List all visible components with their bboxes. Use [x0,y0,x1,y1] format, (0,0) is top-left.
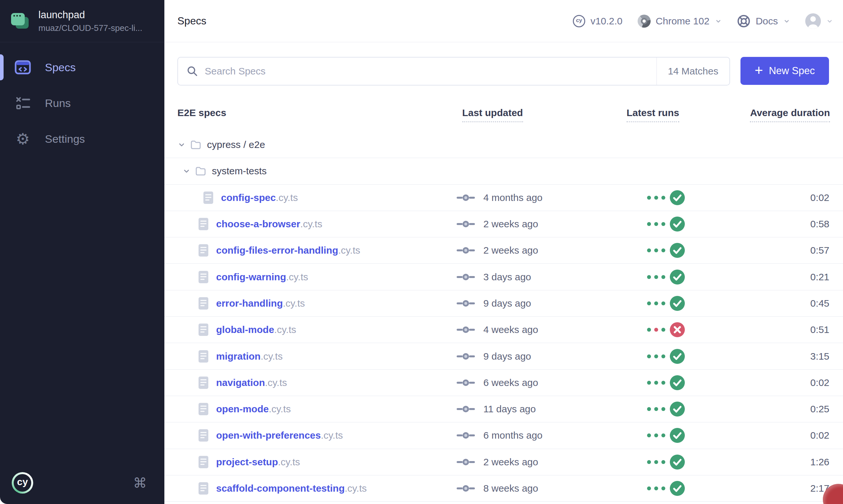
version-display[interactable]: cy v10.2.0 [573,15,622,27]
run-history-dots [647,407,665,411]
spec-extension: .cy.ts [261,351,283,362]
spec-row[interactable]: config-spec.cy.ts 4 months ago 0:02 [165,185,843,211]
run-status-icon [670,270,685,285]
chevron-down-icon[interactable] [178,141,186,149]
spec-row[interactable]: open-with-preferences.cy.ts 6 months ago… [165,422,843,449]
spec-file-icon [198,244,209,257]
latest-runs-cell[interactable] [647,296,685,311]
spec-row[interactable]: global-mode.cy.ts 4 weeks ago 0:51 [165,317,843,343]
chevron-down-icon[interactable] [183,167,190,175]
spec-name-link[interactable]: choose-a-browser [216,218,300,230]
spec-file-icon [198,349,209,363]
project-name: muaz/CLOUD-577-spec-li... [38,23,142,33]
spec-row[interactable]: navigation.cy.ts 6 weeks ago 0:02 [165,370,843,396]
spec-extension: .cy.ts [274,324,296,335]
run-status-icon [670,322,685,337]
run-history-dots [647,328,665,332]
column-header-last-updated[interactable]: Last updated [462,107,523,122]
last-updated-cell: 6 weeks ago [457,377,538,388]
last-updated-text: 2 weeks ago [483,456,538,468]
last-updated-cell: 6 months ago [457,430,543,441]
last-updated-cell: 2 weeks ago [457,245,538,256]
spec-name-link[interactable]: config-spec [221,192,276,203]
spec-name-link[interactable]: error-handling [216,298,283,309]
git-commit-icon [457,484,475,493]
spec-name-link[interactable]: migration [216,351,261,362]
git-commit-icon [457,272,475,282]
plus-icon: + [755,63,763,77]
spec-file-icon [198,429,209,442]
sidebar-item-runs[interactable]: Runs [0,88,165,118]
specs-page: 14 Matches + New Spec E2E specs Last upd… [165,42,843,504]
column-header-latest-runs[interactable]: Latest runs [626,107,679,122]
latest-runs-cell[interactable] [647,454,685,470]
last-updated-cell: 11 days ago [457,403,536,415]
column-header-average-duration[interactable]: Average duration [750,107,830,122]
spec-name-link[interactable]: open-with-preferences [216,430,321,441]
latest-runs-cell[interactable] [647,190,685,205]
spec-name-link[interactable]: config-files-error-handling [216,245,338,256]
spec-extension: .cy.ts [283,298,305,309]
docs-menu[interactable]: Docs [737,14,790,28]
search-input[interactable] [205,66,656,77]
last-updated-cell: 9 days ago [457,298,531,309]
sidebar-item-label: Runs [45,97,71,110]
latest-runs-cell[interactable] [647,322,685,337]
spec-row[interactable]: migration.cy.ts 9 days ago 3:15 [165,343,843,370]
run-history-dots [647,486,665,490]
git-commit-icon [457,431,475,440]
cypress-logo-text: cy [14,474,31,492]
git-commit-icon [457,352,475,361]
sidebar-item-settings[interactable]: ⚙ Settings [0,124,165,154]
sidebar-nav: Specs Runs ⚙ Settings [0,42,165,154]
spec-extension: .cy.ts [265,377,287,388]
keyboard-shortcuts-icon[interactable]: ⌘ [133,475,147,491]
run-history-dots [647,381,665,385]
folder-row[interactable]: cypress / e2e [165,132,843,158]
run-status-icon [670,243,685,258]
column-header-specs: E2E specs [177,107,226,119]
new-spec-button[interactable]: + New Spec [740,57,829,85]
browser-selector[interactable]: Chrome 102 [638,15,722,28]
folder-icon [195,166,206,176]
latest-runs-cell[interactable] [647,270,685,285]
latest-runs-cell[interactable] [647,428,685,443]
last-updated-text: 6 weeks ago [483,377,538,388]
spec-row[interactable]: config-warning.cy.ts 3 days ago 0:21 [165,264,843,290]
gear-icon: ⚙ [14,130,31,147]
run-status-icon [670,217,685,232]
spec-name-link[interactable]: global-mode [216,324,274,335]
spec-name-link[interactable]: project-setup [216,456,278,468]
spec-row[interactable]: choose-a-browser.cy.ts 2 weeks ago 0:58 [165,211,843,237]
latest-runs-cell[interactable] [647,375,685,390]
user-menu[interactable] [805,13,833,29]
spec-extension: .cy.ts [286,271,308,283]
latest-runs-cell[interactable] [647,243,685,258]
spec-name-link[interactable]: scaffold-component-testing [216,483,345,494]
last-updated-text: 4 months ago [483,192,543,203]
sidebar-item-specs[interactable]: Specs [0,53,165,82]
spec-row[interactable]: scaffold-component-testing.cy.ts 8 weeks… [165,475,843,502]
spec-row[interactable]: open-mode.cy.ts 11 days ago 0:25 [165,396,843,422]
sidebar-item-label: Settings [45,133,85,145]
latest-runs-cell[interactable] [647,481,685,496]
git-commit-icon [457,193,475,202]
spec-extension: .cy.ts [338,245,360,256]
cypress-logo[interactable]: cy [12,472,33,493]
run-status-icon [670,296,685,311]
spec-name-link[interactable]: open-mode [216,403,269,415]
spec-row[interactable]: project-setup.cy.ts 2 weeks ago 1:26 [165,449,843,475]
latest-runs-cell[interactable] [647,401,685,416]
spec-name-link[interactable]: navigation [216,377,265,388]
spec-row[interactable]: error-handling.cy.ts 9 days ago 0:45 [165,290,843,317]
spec-row[interactable]: config-files-error-handling.cy.ts 2 week… [165,237,843,264]
latest-runs-cell[interactable] [647,217,685,232]
specs-table-body: cypress / e2e system-tests [165,132,843,502]
last-updated-text: 9 days ago [483,298,531,309]
spec-name-link[interactable]: config-warning [216,271,286,283]
spec-file-icon [203,191,214,204]
latest-runs-cell[interactable] [647,349,685,364]
sidebar-header: launchpad muaz/CLOUD-577-spec-li... [0,0,165,42]
browser-label: Chrome 102 [656,16,709,27]
folder-row[interactable]: system-tests [165,158,843,184]
